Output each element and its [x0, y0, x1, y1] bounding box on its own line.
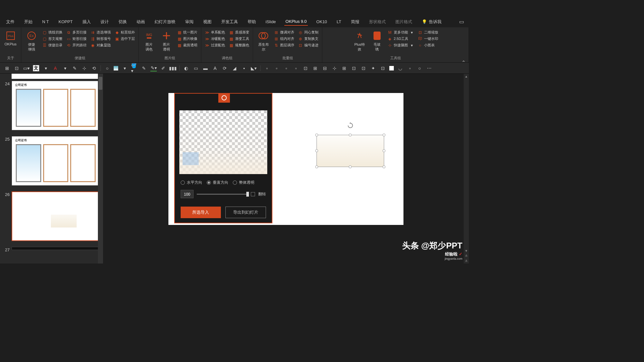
select-enhance[interactable]: ⇉连选增强: [90, 30, 112, 35]
tab-view[interactable]: 视图: [202, 18, 213, 26]
resize-handle-bl[interactable]: [315, 165, 318, 168]
okplus-button[interactable]: Plus OKPlus: [3, 29, 18, 47]
watermark-btn[interactable]: 印一键水印: [417, 36, 439, 42]
pic-reflection[interactable]: ▦图片映像: [176, 36, 198, 42]
25d-tool[interactable]: ◈2.5D工具: [387, 36, 415, 42]
fine-align[interactable]: ⊞微调对齐: [273, 30, 295, 35]
fill-line-swap[interactable]: ▢填线切换: [41, 30, 63, 35]
tab-picture-format[interactable]: 图片格式: [394, 18, 413, 26]
qat-icon-29[interactable]: ◡: [397, 65, 403, 71]
group-align[interactable]: ⊞组内对齐: [273, 36, 295, 42]
collapse-ribbon-icon[interactable]: ⌃: [461, 60, 466, 66]
qat-dropdown-icon[interactable]: ▾: [62, 65, 68, 71]
opacity-value[interactable]: 100: [181, 190, 194, 198]
resize-handle-bm[interactable]: [349, 165, 352, 168]
qat-textbox-icon[interactable]: ▭▾: [23, 65, 30, 71]
qat-eyedropper2-icon[interactable]: ✎: [141, 65, 147, 71]
resize-handle-mr[interactable]: [383, 149, 385, 152]
layer-reorder[interactable]: ⇅图层调序: [273, 42, 295, 48]
slide-thumb-26[interactable]: [12, 191, 100, 241]
qat-brush-icon[interactable]: ✐: [160, 65, 166, 71]
warm-cold-color[interactable]: ≫冷暖配色: [204, 36, 226, 42]
regularize-color[interactable]: ▦规整颜色: [228, 42, 250, 48]
qat-icon-2[interactable]: ⊡: [14, 65, 20, 71]
qat-icon-14[interactable]: ▪: [241, 65, 247, 71]
panel-tab[interactable]: [218, 93, 230, 103]
qat-icon-23[interactable]: ⊹: [331, 65, 338, 71]
shape-text-adjust[interactable]: ▢形文规整: [41, 36, 63, 42]
prev-slide-icon[interactable]: ≙: [464, 253, 469, 258]
pic-adjust-button[interactable]: IMG 图片 调色: [141, 29, 157, 53]
qat-icon-16[interactable]: ▫: [264, 65, 270, 71]
resize-handle-tl[interactable]: [315, 134, 318, 136]
tab-islide[interactable]: iSlide: [264, 18, 277, 25]
flip-checkbox[interactable]: [251, 192, 255, 196]
qat-eyedropper-icon[interactable]: ✎: [71, 65, 78, 71]
qat-a-icon[interactable]: A: [212, 65, 218, 71]
copy-replace-text[interactable]: ⊕复制换文: [297, 36, 319, 42]
rotate-handle[interactable]: [347, 122, 354, 129]
slide-23-partial[interactable]: [12, 74, 100, 79]
slide-thumb-27[interactable]: [12, 247, 100, 250]
boolean-button[interactable]: 原生布 尔: [256, 29, 271, 53]
slide-item-25[interactable]: 25 公司证书: [0, 134, 103, 190]
qat-font-color-icon[interactable]: A: [52, 65, 59, 71]
resize-handle-tr[interactable]: [383, 134, 385, 136]
multi-page-link[interactable]: ⧉多页衍接: [65, 30, 88, 35]
qat-icon-31[interactable]: ○: [416, 65, 423, 71]
export-button[interactable]: 导出到幻灯片: [225, 207, 266, 218]
slider-thumb[interactable]: [246, 192, 249, 197]
qat-icon-24[interactable]: ⊞: [341, 65, 347, 71]
paste-outside-group[interactable]: ◆粘至组外: [114, 30, 136, 35]
select-lower-layer[interactable]: ▣选中下层: [114, 36, 136, 42]
slide-item-27[interactable]: 27: [0, 245, 103, 256]
plus-fx-button[interactable]: Plus特 效: [352, 29, 367, 53]
tab-koppt[interactable]: KOPPT: [57, 18, 74, 25]
slide-canvas[interactable]: 水平方向 垂直方向 整体透明 100 翻转 所选导入 导出到幻灯片: [168, 93, 403, 225]
rect-link[interactable]: ▭矩形衍接: [65, 36, 88, 42]
convenient-toc[interactable]: ☰便捷目录: [41, 42, 63, 48]
qat-overflow-icon[interactable]: ⋯: [426, 65, 432, 71]
comments-icon[interactable]: ▭: [459, 19, 464, 25]
2d-scale[interactable]: ⊡二维缩放: [417, 30, 439, 35]
tab-ok10[interactable]: OK10: [315, 18, 328, 25]
concentric-copy[interactable]: ◎同心复制: [297, 30, 319, 35]
qat-icon-13[interactable]: ⟳: [222, 65, 228, 71]
tell-me[interactable]: 💡 告诉我: [421, 18, 443, 26]
tab-design[interactable]: 设计: [99, 18, 110, 26]
tab-animation[interactable]: 动画: [135, 18, 146, 26]
tab-nt[interactable]: N T: [41, 18, 50, 25]
tab-help[interactable]: 帮助: [246, 18, 257, 26]
gradient-tool[interactable]: ▦渐变工具: [228, 36, 250, 42]
qat-chart-icon[interactable]: ▮▮▮: [170, 65, 176, 71]
qat-icon-17[interactable]: ▫: [273, 65, 280, 71]
qat-pen-icon[interactable]: ✎▾: [150, 65, 157, 71]
radio-vertical[interactable]: 垂直方向: [207, 180, 228, 185]
qat-icon-21[interactable]: ⊞: [312, 65, 318, 71]
qat-fill-icon[interactable]: [114, 66, 118, 70]
tab-transition[interactable]: 切换: [117, 18, 128, 26]
qat-text-icon[interactable]: 文: [33, 65, 39, 71]
qat-eraser-icon[interactable]: ◢: [231, 65, 238, 71]
tab-lt[interactable]: LT: [336, 18, 343, 25]
slide-item-24[interactable]: 24 公司证书: [0, 79, 103, 134]
slide-thumb-25[interactable]: 公司证书: [12, 136, 100, 186]
qat-icon-19[interactable]: ▫: [293, 65, 299, 71]
qat-icon-15[interactable]: ◣▾: [251, 65, 257, 71]
tab-jianbao[interactable]: 简报: [350, 18, 361, 26]
tab-review[interactable]: 审阅: [184, 18, 195, 26]
radio-horizontal[interactable]: 水平方向: [181, 180, 202, 185]
opacity-slider[interactable]: [197, 194, 248, 195]
single-color[interactable]: ≫单系配色: [204, 30, 226, 35]
scroll-up-icon[interactable]: ▲: [464, 74, 469, 79]
qat-icon-1[interactable]: ⊞: [4, 65, 10, 71]
qat-icon-27[interactable]: ✦: [370, 65, 376, 71]
open-close-path[interactable]: ⟲开闭路径: [65, 42, 88, 48]
tab-shape-format[interactable]: 形状格式: [368, 18, 387, 26]
tab-home[interactable]: 开始: [23, 18, 34, 26]
resize-handle-br[interactable]: [383, 165, 385, 168]
qat-circle-icon[interactable]: ○: [104, 65, 110, 71]
radio-overall[interactable]: 整体透明: [233, 180, 254, 185]
more-features[interactable]: M更多功能▾: [387, 30, 415, 35]
tab-slideshow[interactable]: 幻灯片放映: [153, 18, 177, 26]
